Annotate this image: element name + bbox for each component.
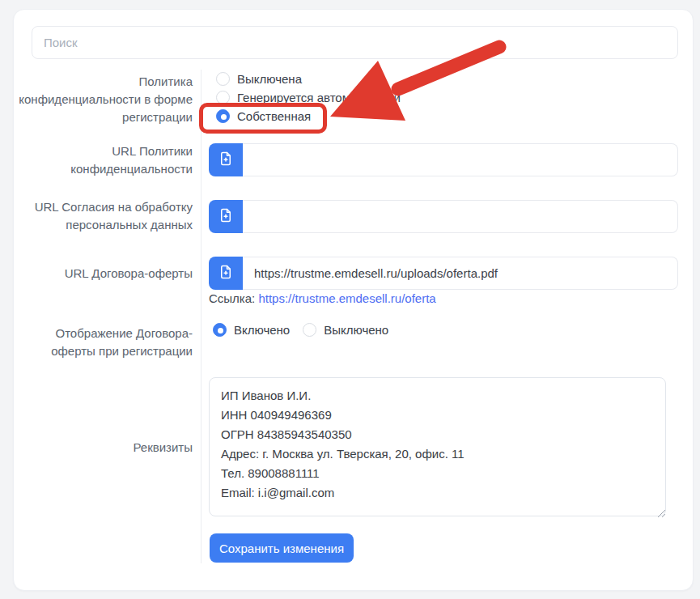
radio-option-label: Собственная xyxy=(237,109,311,123)
radio-circle-icon xyxy=(303,323,316,337)
privacy-policy-label: Политика конфиденциальности в форме реги… xyxy=(19,73,193,126)
offer-display-radio-group: Включено Выключено xyxy=(213,323,388,337)
privacy-policy-radio-group: Выключена Генерируется автоматически Соб… xyxy=(216,72,401,123)
file-plus-icon xyxy=(218,208,233,225)
settings-card: Политика конфиденциальности в форме реги… xyxy=(13,9,694,591)
offer-link[interactable]: https://trustme.emdesell.ru/oferta xyxy=(258,291,435,305)
requisites-label: Реквизиты xyxy=(19,439,193,457)
offer-url-input[interactable] xyxy=(243,257,678,290)
radio-option-label: Генерируется автоматически xyxy=(237,91,401,104)
offer-link-prefix: Ссылка: xyxy=(209,291,258,305)
upload-file-button[interactable] xyxy=(209,257,243,290)
offer-link-line: Ссылка: https://trustme.emdesell.ru/ofer… xyxy=(209,291,436,305)
offer-display-label: Отображение Договора-оферты при регистра… xyxy=(19,325,193,360)
offer-url-label: URL Договора-оферты xyxy=(19,265,193,283)
save-button[interactable]: Сохранить изменения xyxy=(210,533,354,563)
radio-option-disabled[interactable]: Выключена xyxy=(216,72,401,86)
radio-option-label: Выключено xyxy=(324,323,388,337)
radio-option-custom[interactable]: Собственная xyxy=(216,109,401,123)
radio-option-enabled[interactable]: Включено xyxy=(213,323,290,337)
consent-url-input[interactable] xyxy=(243,200,678,233)
radio-circle-icon xyxy=(216,72,230,86)
upload-file-button[interactable] xyxy=(209,143,243,176)
resize-handle-icon[interactable] xyxy=(656,507,666,516)
search-input[interactable] xyxy=(32,26,678,59)
upload-file-button[interactable] xyxy=(209,200,243,233)
requisites-textarea[interactable]: ИП Иванов И.И. ИНН 040949496369 ОГРН 843… xyxy=(209,377,666,516)
consent-url-label: URL Согласия на обработку персональных д… xyxy=(19,198,193,234)
radio-option-label: Включено xyxy=(234,323,290,337)
radio-option-label: Выключена xyxy=(237,72,302,86)
offer-url-group xyxy=(209,257,678,290)
radio-option-disabled[interactable]: Выключено xyxy=(303,323,388,337)
radio-option-autogenerated[interactable]: Генерируется автоматически xyxy=(216,91,401,104)
privacy-url-group xyxy=(209,143,678,176)
radio-circle-icon xyxy=(216,91,230,104)
radio-checked-icon xyxy=(213,323,227,337)
column-divider xyxy=(201,70,202,563)
privacy-url-label: URL Политики конфиденциальности xyxy=(19,142,193,178)
consent-url-group xyxy=(209,200,678,233)
radio-checked-icon xyxy=(216,109,230,123)
privacy-url-input[interactable] xyxy=(243,143,678,176)
file-plus-icon xyxy=(218,151,233,168)
file-plus-icon xyxy=(218,265,233,282)
